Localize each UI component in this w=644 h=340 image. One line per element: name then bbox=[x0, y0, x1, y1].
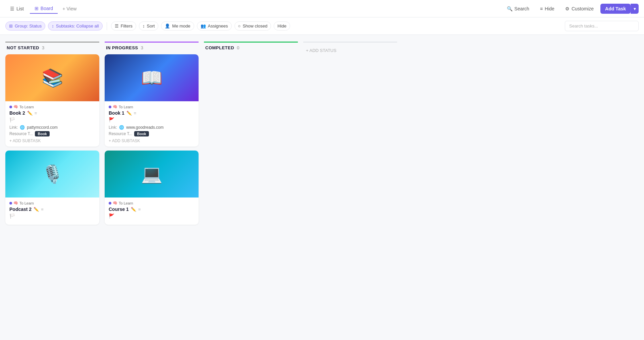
tab-board[interactable]: ⊞ Board bbox=[30, 4, 58, 14]
nav-actions: 🔍 Search ≡ Hide ⚙ Customize Add Task ▾ bbox=[503, 4, 639, 14]
assignees-button[interactable]: 👥 Assignees bbox=[197, 21, 232, 31]
subtasks-icon: ↕ bbox=[52, 23, 54, 29]
board: NOT STARTED 3 📚 🧠 To Learn Book 2 ✏️ ≡ 🏳… bbox=[0, 35, 644, 235]
column-title: NOT STARTED bbox=[7, 45, 39, 50]
card-image-course1: 💻 bbox=[105, 151, 199, 197]
tag-dot bbox=[9, 202, 12, 205]
resource-label: Resource T... bbox=[9, 131, 33, 136]
column-completed: COMPLETED 0 bbox=[204, 42, 298, 54]
add-view-button[interactable]: + View bbox=[59, 4, 80, 13]
card-title-row-book2: Book 2 ✏️ ≡ bbox=[9, 110, 95, 116]
add-task-button[interactable]: Add Task bbox=[600, 4, 631, 14]
link-url-book1[interactable]: www.goodreads.com bbox=[126, 125, 163, 130]
card-more-icon-book1[interactable]: ≡ bbox=[134, 111, 137, 116]
board-icon: ⊞ bbox=[35, 6, 39, 11]
card-title-row-book1: Book 1 ✏️ ≡ bbox=[109, 110, 195, 116]
customize-button[interactable]: ⚙ Customize bbox=[561, 4, 598, 13]
add-subtask-book1[interactable]: + ADD SUBTASK bbox=[109, 138, 195, 143]
link-globe-icon: 🌐 bbox=[119, 125, 124, 130]
card-image-book2: 📚 bbox=[5, 54, 99, 101]
card-title-row-course1: Course 1 ✏️ ≡ bbox=[109, 207, 195, 212]
column-title: IN PROGRESS bbox=[106, 45, 138, 50]
search-tasks-input[interactable] bbox=[565, 21, 639, 31]
search-button[interactable]: 🔍 Search bbox=[503, 4, 533, 13]
column-header-left: COMPLETED 0 bbox=[205, 45, 239, 50]
column-title: COMPLETED bbox=[205, 45, 234, 50]
filters-icon: ☰ bbox=[115, 23, 119, 29]
card-image-book1: 📖 bbox=[105, 54, 199, 101]
link-label: Link: bbox=[9, 125, 18, 130]
column-header-left: NOT STARTED 3 bbox=[7, 45, 44, 50]
top-nav: ☰ List ⊞ Board + View 🔍 Search ≡ Hide ⚙ … bbox=[0, 0, 644, 17]
show-closed-button[interactable]: ○ Show closed bbox=[234, 21, 271, 31]
card-more-icon-podcast2[interactable]: ≡ bbox=[41, 207, 44, 212]
card-flag-book1: 🚩 bbox=[109, 117, 195, 122]
toolbar: ⊞ Group: Status ↕ Subtasks: Collapse all… bbox=[0, 17, 644, 35]
tag-text: To Learn bbox=[19, 105, 34, 109]
nav-tabs: ☰ List ⊞ Board + View bbox=[5, 4, 80, 14]
card-tag-book2: 🧠 To Learn bbox=[9, 105, 95, 109]
card-course1[interactable]: 💻 🧠 To Learn Course 1 ✏️ ≡ 🚩 bbox=[105, 151, 199, 225]
card-body-book2: 🧠 To Learn Book 2 ✏️ ≡ 🏳️ Link: 🌐 pattym… bbox=[5, 101, 99, 147]
card-body-book1: 🧠 To Learn Book 1 ✏️ ≡ 🚩 Link: 🌐 www.goo… bbox=[105, 101, 199, 147]
list-icon: ☰ bbox=[10, 6, 14, 11]
tag-text: To Learn bbox=[119, 105, 133, 109]
filters-button[interactable]: ☰ Filters bbox=[111, 21, 136, 31]
sort-button[interactable]: ↕ Sort bbox=[139, 21, 158, 31]
search-icon: 🔍 bbox=[507, 6, 513, 11]
add-status-button[interactable]: + ADD STATUS bbox=[303, 47, 339, 54]
card-body-podcast2: 🧠 To Learn Podcast 2 ✏️ ≡ 🏳️ bbox=[5, 197, 99, 225]
card-title-podcast2: Podcast 2 bbox=[9, 207, 32, 212]
customize-icon: ⚙ bbox=[565, 6, 570, 11]
card-edit-icon-book1[interactable]: ✏️ bbox=[126, 111, 132, 116]
card-tag-podcast2: 🧠 To Learn bbox=[9, 201, 95, 205]
sort-icon: ↕ bbox=[143, 23, 145, 29]
card-flag-podcast2: 🏳️ bbox=[9, 213, 95, 219]
card-book2[interactable]: 📚 🧠 To Learn Book 2 ✏️ ≡ 🏳️ Link: 🌐 patt bbox=[5, 54, 99, 147]
subtasks-chip[interactable]: ↕ Subtasks: Collapse all bbox=[48, 21, 102, 31]
add-status-column: + ADD STATUS bbox=[303, 42, 397, 54]
card-edit-icon-book2[interactable]: ✏️ bbox=[27, 111, 33, 116]
link-url-book2[interactable]: pattymccord.com bbox=[27, 125, 57, 130]
column-header-in-progress: IN PROGRESS 3 bbox=[105, 42, 199, 54]
show-closed-icon: ○ bbox=[238, 23, 241, 29]
card-title-book1: Book 1 bbox=[109, 110, 124, 116]
tag-icon: 🧠 bbox=[13, 201, 18, 205]
card-more-icon-course1[interactable]: ≡ bbox=[138, 207, 141, 212]
card-flag-book2: 🏳️ bbox=[9, 117, 95, 122]
card-link-field-book1: Link: 🌐 www.goodreads.com bbox=[109, 125, 195, 130]
card-title-book2: Book 2 bbox=[9, 110, 25, 116]
card-flag-course1: 🚩 bbox=[109, 213, 195, 219]
column-count: 3 bbox=[141, 45, 143, 50]
hide-toolbar-button[interactable]: Hide bbox=[274, 21, 290, 31]
column-count: 3 bbox=[42, 45, 44, 50]
tab-list[interactable]: ☰ List bbox=[5, 4, 29, 13]
add-task-dropdown-button[interactable]: ▾ bbox=[631, 4, 639, 14]
tag-dot bbox=[109, 202, 111, 205]
card-book1[interactable]: 📖 🧠 To Learn Book 1 ✏️ ≡ 🚩 Link: 🌐 www.g bbox=[105, 54, 199, 147]
tag-icon: 🧠 bbox=[113, 201, 117, 205]
resource-badge-book1: Book bbox=[134, 131, 149, 136]
hide-button[interactable]: ≡ Hide bbox=[536, 4, 558, 13]
tag-dot bbox=[9, 106, 12, 108]
add-subtask-book2[interactable]: + ADD SUBTASK bbox=[9, 138, 95, 143]
column-header-not-started: NOT STARTED 3 bbox=[5, 42, 99, 54]
group-status-chip[interactable]: ⊞ Group: Status bbox=[5, 21, 45, 31]
card-edit-icon-podcast2[interactable]: ✏️ bbox=[34, 207, 39, 212]
tag-dot bbox=[109, 106, 111, 108]
assignees-icon: 👥 bbox=[201, 23, 206, 29]
card-title-course1: Course 1 bbox=[109, 207, 129, 212]
column-count: 0 bbox=[237, 45, 239, 50]
group-icon: ⊞ bbox=[9, 23, 13, 29]
toolbar-divider bbox=[107, 22, 107, 30]
card-podcast2[interactable]: 🎙️ 🧠 To Learn Podcast 2 ✏️ ≡ 🏳️ bbox=[5, 151, 99, 225]
card-edit-icon-course1[interactable]: ✏️ bbox=[131, 207, 136, 212]
card-image-podcast2: 🎙️ bbox=[5, 151, 99, 197]
hide-icon: ≡ bbox=[540, 6, 543, 11]
tag-icon: 🧠 bbox=[113, 105, 117, 109]
card-tag-course1: 🧠 To Learn bbox=[109, 201, 195, 205]
column-header-left: IN PROGRESS 3 bbox=[106, 45, 143, 50]
card-more-icon-book2[interactable]: ≡ bbox=[35, 111, 37, 116]
me-mode-button[interactable]: 👤 Me mode bbox=[161, 21, 194, 31]
resource-label: Resource T... bbox=[109, 131, 132, 136]
